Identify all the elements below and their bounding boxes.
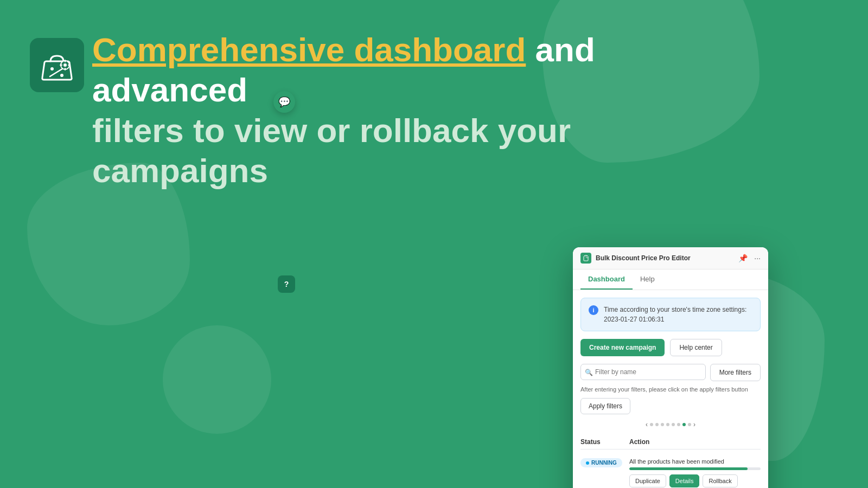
help-float-icon: ? xyxy=(284,280,289,288)
more-icon[interactable]: ··· xyxy=(754,254,761,262)
main-button-row: Create new campaign Help center xyxy=(580,339,761,356)
title-bar-right: 📌 ··· xyxy=(738,254,761,262)
search-icon: 🔍 xyxy=(585,369,593,376)
title-bar: Bulk Discount Price Pro Editor 📌 ··· xyxy=(573,247,768,269)
bg-blob-4 xyxy=(163,325,271,434)
pagination-dots: ‹ › xyxy=(580,421,761,428)
title-bar-app-icon xyxy=(580,253,591,264)
svg-point-4 xyxy=(63,63,67,67)
progress-fill xyxy=(629,467,748,470)
chat-icon: 💬 xyxy=(278,96,290,108)
hero-highlight: Comprehensive dashboard xyxy=(92,31,526,68)
col-status-header: Status xyxy=(580,438,629,446)
status-dot xyxy=(586,461,589,465)
tab-bar: Dashboard Help xyxy=(573,269,768,290)
more-filters-button[interactable]: More filters xyxy=(710,364,761,381)
info-box: i Time according to your store's time zo… xyxy=(580,298,761,331)
title-bar-left: Bulk Discount Price Pro Editor xyxy=(580,253,691,264)
svg-point-9 xyxy=(586,256,588,258)
tab-dashboard[interactable]: Dashboard xyxy=(580,269,633,290)
action-buttons: Duplicate Details Rollback xyxy=(629,474,761,487)
action-cell: All the products have been modified Dupl… xyxy=(629,458,761,487)
duplicate-button[interactable]: Duplicate xyxy=(629,474,666,487)
dots-next-arrow[interactable]: › xyxy=(693,421,695,428)
create-campaign-button[interactable]: Create new campaign xyxy=(580,339,665,356)
svg-point-0 xyxy=(50,67,54,70)
pin-icon[interactable]: 📌 xyxy=(738,254,748,262)
progress-bar xyxy=(629,467,761,470)
hero-line1: Comprehensive dashboard and advanced xyxy=(92,30,689,111)
rollback-button[interactable]: Rollback xyxy=(703,474,737,487)
filter-help-text: After entering your filters, please clic… xyxy=(580,386,761,394)
app-window: Bulk Discount Price Pro Editor 📌 ··· Das… xyxy=(573,247,768,488)
dots-prev-arrow[interactable]: ‹ xyxy=(646,421,648,428)
table-header: Status Action xyxy=(580,435,761,450)
app-logo-icon xyxy=(30,38,84,92)
dot-3 xyxy=(661,423,664,426)
svg-point-1 xyxy=(60,74,63,77)
dot-6 xyxy=(677,423,680,426)
chat-button[interactable]: 💬 xyxy=(273,91,295,113)
dot-7 xyxy=(682,423,686,426)
dot-5 xyxy=(672,423,675,426)
col-action-header: Action xyxy=(629,438,761,446)
search-input[interactable] xyxy=(580,364,706,380)
filter-row: 🔍 More filters xyxy=(580,364,761,381)
info-text: Time according to your store's time zone… xyxy=(604,305,746,324)
running-badge: RUNNING xyxy=(580,458,622,467)
info-icon: i xyxy=(589,305,598,315)
table-row: RUNNING All the products have been modif… xyxy=(580,454,761,488)
apply-filters-button[interactable]: Apply filters xyxy=(580,398,630,414)
hero-line2: filters to view or rollback your campaig… xyxy=(92,111,689,191)
dot-4 xyxy=(666,423,669,426)
status-cell: RUNNING xyxy=(580,458,629,467)
action-text: All the products have been modified xyxy=(629,458,761,465)
help-float-button[interactable]: ? xyxy=(278,275,295,293)
dot-1 xyxy=(650,423,653,426)
tab-help[interactable]: Help xyxy=(633,269,662,290)
help-center-button[interactable]: Help center xyxy=(670,339,722,356)
dot-8 xyxy=(688,423,691,426)
search-wrapper: 🔍 xyxy=(580,364,706,381)
app-title: Bulk Discount Price Pro Editor xyxy=(596,254,691,262)
hero-section: Comprehensive dashboard and advanced fil… xyxy=(92,30,689,191)
dot-2 xyxy=(655,423,659,426)
details-button[interactable]: Details xyxy=(669,474,700,487)
content-area: i Time according to your store's time zo… xyxy=(573,290,768,488)
